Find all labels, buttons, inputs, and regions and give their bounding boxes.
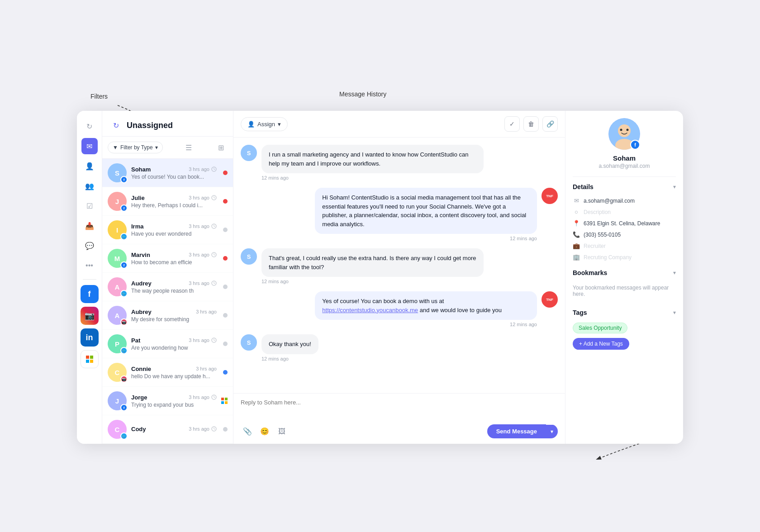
add-tag-button[interactable]: + Add a New Tags [573,338,629,350]
team-icon[interactable]: 👥 [81,178,98,194]
conv-info: Audrey 3 hrs ago The way people reason t… [131,280,217,294]
avatar-wrap: P 🐦 [108,334,127,353]
conv-preview: The way people reason th [131,288,217,294]
reply-toolbar: 📎 😊 🖼 Send Message ▾ [241,424,558,438]
conv-name: Soham [131,166,151,173]
conversation-item[interactable]: A 🐦 Audrey 3 hrs ago The way people reas… [102,273,233,301]
detail-item: ○ Description [573,206,676,218]
conversation-item[interactable]: J f Jorge 3 hrs ago Trying to expand you… [102,387,233,415]
sidebar-icons: ↻ ✉ 👤 👥 ☑ 📥 💬 ••• f 📷 in [77,111,102,444]
message-link[interactable]: https://contentstudio.youcanbook.me [322,307,418,314]
refresh-nav-icon[interactable]: ↻ [81,118,98,134]
emoji-icon[interactable]: 😊 [258,425,271,438]
reply-input[interactable] [241,399,558,419]
detail-text: Recruiter [584,243,606,249]
details-list: ✉ a.soham@gmail.com ○ Description 📍 6391… [573,195,676,263]
conv-header-title: Unassigned [127,121,226,130]
trash-action-button[interactable]: 🗑 [523,116,539,132]
microsoft-channel-icon[interactable] [81,350,99,368]
detail-text: Recruting Company [584,254,632,261]
bookmarks-empty: Your bookmarked messages will appear her… [573,281,676,301]
conv-name: Irma [131,223,143,230]
details-section-header[interactable]: Details ▾ [573,177,676,195]
tasks-icon[interactable]: ☑ [81,198,98,214]
assign-label: Assign [257,121,275,128]
conv-info: Irma 3 hrs ago Have you ever wondered [131,223,217,237]
conversation-item[interactable]: I 🐦 Irma 3 hrs ago Have you ever wondere… [102,216,233,244]
link-action-button[interactable]: 🔗 [542,116,558,132]
tag-chip[interactable]: Sales Opportunity [573,323,627,333]
conv-info: Julie 3 hrs ago Hey there, Perhaps I cou… [131,195,217,209]
message-row: TNF Hi Soham! ContentStudio is a social … [241,188,558,241]
message-row: S I run a small marketing agency and I w… [241,145,558,180]
assign-button[interactable]: 👤 Assign ▾ [241,117,288,131]
conversation-item[interactable]: P 🐦 Pat 3 hrs ago Are you wondering how [102,330,233,358]
detail-text: a.soham@gmail.com [584,198,635,204]
svg-rect-3 [90,360,93,363]
bookmarks-section: Bookmarks ▾ Your bookmarked messages wil… [573,263,676,301]
conv-info: Aubrey 3 hrs ago My desire for something [131,309,217,323]
conversation-item[interactable]: A 📷 Aubrey 3 hrs ago My desire for somet… [102,301,233,330]
conversation-item[interactable]: S f Soham 3 hrs ago Yes of course! You c… [102,159,233,187]
profile-avatar-wrap: f [608,118,640,150]
platform-badge: 📷 [120,318,128,326]
ms-status-icon [221,398,228,404]
conv-time: 3 hrs ago [189,280,217,286]
conv-name: Julie [131,195,145,201]
details-chevron: ▾ [673,184,676,190]
conversation-item[interactable]: M f Marvin 3 hrs ago How to become an ef… [102,244,233,273]
conv-info: Pat 3 hrs ago Are you wondering how [131,337,217,351]
list-view-icon[interactable]: ☰ [182,141,195,154]
send-message-button[interactable]: Send Message [487,424,546,438]
facebook-channel-icon[interactable]: f [81,285,99,303]
detail-icon: 📞 [573,231,580,238]
media-icon[interactable]: 🖼 [275,425,289,438]
conv-name: Audrey [131,280,152,287]
linkedin-channel-icon[interactable]: in [81,328,99,347]
detail-icon: 🏢 [573,254,580,261]
contacts-icon[interactable]: 👤 [81,158,98,174]
conv-name: Jorge [131,394,147,401]
send-dropdown-button[interactable]: ▾ [546,425,558,438]
bookmarks-section-header[interactable]: Bookmarks ▾ [573,263,676,281]
assign-chevron: ▾ [278,121,281,128]
filter-by-type-button[interactable]: ▼ Filter by Type ▾ [108,142,163,153]
conv-name: Pat [131,337,140,344]
attachment-icon[interactable]: 📎 [241,425,254,438]
conv-preview: My desire for something [131,316,217,323]
msg-time: 12 mins ago [315,322,537,327]
instagram-channel-icon[interactable]: 📷 [81,307,99,325]
msg-time: 12 mins ago [261,279,484,284]
conversation-item[interactable]: C 🐦 Cody 3 hrs ago [102,415,233,444]
platform-badge: 📷 [120,375,128,383]
archive-icon[interactable]: 📥 [81,218,98,234]
status-dot [223,342,228,346]
msg-avatar: S [241,248,257,265]
conversation-item[interactable]: J f Julie 3 hrs ago Hey there, Perhaps I… [102,187,233,216]
more-icon[interactable]: ••• [81,257,98,274]
tags-title: Tags [573,309,587,316]
chat-icon[interactable]: 💬 [81,238,98,254]
svg-rect-0 [86,356,89,359]
reply-area: 📎 😊 🖼 Send Message ▾ [233,393,565,444]
annotation-filters: Filters [90,93,108,100]
tags-section-header[interactable]: Tags ▾ [573,303,676,321]
filter-icon: ▼ [113,144,118,151]
grid-view-icon[interactable]: ⊞ [215,141,228,154]
conversation-item[interactable]: C 📷 Connie 3 hrs ago hello Do we have an… [102,358,233,387]
conv-time: 3 hrs ago [189,195,217,200]
message-panel: 👤 Assign ▾ ✓ 🗑 🔗 S I run a small marketi… [233,111,565,444]
inbox-icon[interactable]: ✉ [81,138,98,154]
bookmarks-chevron: ▾ [673,270,676,276]
conv-preview: Yes of course! You can book... [131,174,217,180]
tags-chevron: ▾ [673,309,676,316]
conv-time: 3 hrs ago [196,366,217,371]
check-action-button[interactable]: ✓ [504,116,520,132]
send-button-group: Send Message ▾ [487,424,558,438]
detail-item: 💼 Recruiter [573,240,676,252]
svg-point-19 [620,129,622,131]
detail-icon: ✉ [573,197,580,204]
status-dot [223,171,228,175]
sidebar-divider [83,279,96,280]
conv-refresh-icon[interactable]: ↻ [109,119,122,132]
